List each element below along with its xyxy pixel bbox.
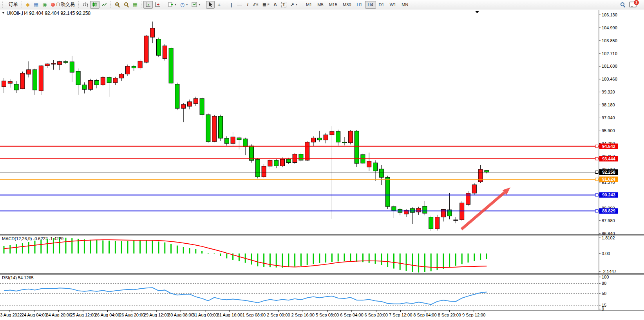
timeframe-w1[interactable]: W1 [387,1,399,9]
hline-handle[interactable] [595,145,598,147]
vertical-line-button[interactable]: | [227,1,235,9]
svg-text:102.710: 102.710 [602,51,617,56]
auto-trading-label: 自动交易 [56,1,75,8]
macd-axis[interactable]: 1.81020.00-2.1447 [599,236,616,274]
zoom-out-button[interactable] [122,1,131,9]
fibonacci-button[interactable]: ≣F [260,1,271,9]
fibonacci-icon: ≣ [262,2,266,7]
time-label: 26 Aug 04:00 [95,313,120,317]
candlesticks [2,22,489,231]
hline-handle[interactable] [595,210,598,212]
time-label: 8 Sep 04:00 [413,313,436,317]
svg-text:93.444: 93.444 [602,156,616,161]
line-chart-button[interactable] [99,1,109,9]
hline-handle[interactable] [595,194,598,196]
crosshair-icon: ＋ [217,2,221,7]
timeframe-h4[interactable]: H4 [365,1,376,9]
equidistant-channel-button[interactable]: ⁄⁄E [251,1,260,9]
main-toolbar: 订单 ◆ ▦ ◉ 自动交易 ＋ ▦ ▾ ◷ ▾ [0,0,644,9]
horizontal-line-button[interactable]: — [235,1,244,9]
trendline-button[interactable]: / [244,1,251,9]
hline-handle[interactable] [595,178,598,181]
chart-title: UKOil-,H4 92.404 92.404 92.145 92.258 [2,11,90,16]
market-watch-icon: ▦ [34,2,38,7]
toolbar-grip[interactable] [2,2,5,8]
periods-button[interactable]: ◷ ▾ [178,1,190,9]
time-label: 1 Sep 08:00 [242,313,266,317]
svg-text:0.00: 0.00 [602,251,610,256]
time-label: 2 Sep 00:00 [267,313,290,317]
navigator-button[interactable]: ◉ [40,1,49,9]
arrows-tool-icon: ↗ [290,2,294,7]
timeframe-m15[interactable]: M15 [326,1,340,9]
macd-panel: MACD(12,26,9) -0.6222 -1.42291.81020.00-… [2,236,616,274]
text-tool-button[interactable]: A [271,1,279,9]
timeframe-m1[interactable]: M1 [303,1,315,9]
search-icon [620,2,625,7]
timeframe-m5[interactable]: M5 [315,1,326,9]
svg-text:95.900: 95.900 [602,128,615,133]
rsi-label: RSI(14) 54.1265 [2,275,34,280]
auto-trading-button[interactable]: 自动交易 [49,1,77,9]
market-depth-button[interactable]: ◆ [24,1,32,9]
arrows-tool-button[interactable]: ↗ ▾ [288,1,299,9]
cursor-button[interactable] [206,1,215,9]
chart-shift-button[interactable] [153,1,162,9]
timeframe-label: M5 [317,2,323,7]
svg-text:103.850: 103.850 [602,38,617,43]
crosshair-button[interactable]: ＋ [215,1,223,9]
time-label: 26 Aug 20:00 [119,313,145,317]
hline-handle[interactable] [595,157,598,160]
periods-caret-icon: ▾ [186,3,188,6]
svg-text:92.258: 92.258 [602,170,615,174]
rsi-axis[interactable]: 1008050150 [599,275,609,311]
zoom-in-icon: ＋ [115,2,120,7]
market-watch-button[interactable]: ▦ [32,1,40,9]
toolbar-separator [141,1,142,8]
svg-text:104.990: 104.990 [602,25,617,30]
search-button[interactable] [618,1,627,9]
templates-button[interactable]: ▾ [190,1,202,9]
arrows-caret-icon: ▾ [296,3,297,6]
templates-caret-icon: ▾ [199,3,200,6]
timeframe-h1[interactable]: H1 [354,1,365,9]
indicators-button[interactable]: ▾ [166,1,178,9]
toolbar-separator [110,1,111,8]
symbol-dropdown-icon[interactable] [2,12,5,14]
price-axis[interactable]: 106.130104.990103.850102.710101.600100.4… [599,13,617,236]
chart-shift-icon [155,2,160,7]
price-tag-91.624: 91.624 [599,176,618,182]
text-label-button[interactable]: T [279,1,288,9]
svg-text:94.542: 94.542 [602,144,615,149]
timeframe-m30[interactable]: M30 [340,1,354,9]
time-label: 5 Sep 08:00 [316,313,339,317]
timeframe-mn[interactable]: MN [399,1,411,9]
svg-text:0: 0 [602,307,604,311]
rsi-line [4,288,487,304]
timeframe-label: D1 [379,2,384,7]
new-order-button[interactable]: 订单 [7,1,20,9]
toolbar-separator [225,1,226,8]
zoom-out-icon [124,2,129,7]
zoom-in-button[interactable]: ＋ [113,1,122,9]
chart-shift-marker[interactable] [475,11,479,13]
hline-handle[interactable] [595,171,598,173]
symbol-ohlc-text: UKOil-,H4 92.404 92.404 92.145 92.258 [7,11,90,16]
bar-chart-button[interactable] [81,1,90,9]
line-chart-icon [101,2,107,7]
notifications-button[interactable]: 1 [627,1,639,9]
chart-canvas[interactable]: 106.130104.990103.850102.710101.600100.4… [0,0,644,320]
time-axis[interactable]: 23 Aug 202224 Aug 04:0024 Aug 20:0025 Au… [0,310,485,317]
toolbar-separator [204,1,204,8]
candlestick-chart-button[interactable] [90,1,99,9]
horizontal-line-icon: — [237,2,242,7]
time-label: 2 Sep 16:00 [291,313,315,317]
timeframe-d1[interactable]: D1 [376,1,387,9]
fibonacci-sub-label: F [268,3,270,6]
tile-windows-button[interactable]: ▦ [131,1,139,9]
time-label: 30 Aug 08:00 [168,313,194,317]
time-label: 23 Aug 2022 [0,313,22,317]
svg-text:88.829: 88.829 [602,209,615,213]
auto-scroll-button[interactable] [143,1,153,9]
timeframe-label: MN [402,2,408,7]
